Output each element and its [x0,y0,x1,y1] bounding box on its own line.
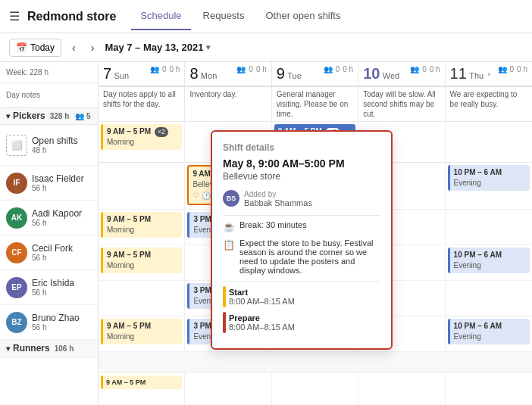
row-runners-header [99,352,532,373]
person-hours-aadi: 56 h [32,219,82,227]
tab-requests[interactable]: Requests [194,2,254,30]
top-nav: ☰ Redmond store Schedule Requests Other … [0,0,532,33]
date-range-text: May 7 – May 13, 2021 [105,42,203,53]
popup-divider-2 [223,281,380,282]
popup-break: ☕ Break: 30 minutes [223,220,380,232]
person-hours-isaac: 56 h [32,184,84,192]
popup-store: Bellevue store [223,171,380,182]
cell-runners-0: 9 AM – 5 PM [99,373,185,405]
today-label: Today [30,42,55,53]
day-number-10: 10 [363,65,380,82]
calendar-inner: 7 Sun 👥0 0 h 8 [99,62,532,405]
prev-week-button[interactable]: ‹ [67,39,80,57]
day-header-9: 9 Tue 👥0 0 h [272,62,358,86]
shift-bruno-sun[interactable]: 9 AM – 5 PM Morning [101,319,182,344]
day-note-4: We are expecting to be really busy. [446,87,532,121]
section-pickers[interactable]: ▾ Pickers 328 h 👥 5 [0,107,98,125]
main-layout: Week: 228 h Day notes ▾ Pickers 328 h 👥 … [0,62,532,405]
person-hours-cecil: 56 h [32,254,73,262]
calendar-icon: 📅 [16,42,27,53]
runners-chevron: ▾ [6,344,10,353]
day-header-11: 11 Thu * 👥0 0 h [446,62,532,86]
cell-isaac-4: 10 PM – 6 AM Evening [446,163,532,209]
day-stats-8: 👥0 0 h [236,65,266,73]
avatar-aadi: AK [6,207,27,229]
nav-tabs: Schedule Requests Other open shifts [131,2,349,30]
day-note-1: Inventory day. [185,87,271,121]
open-shifts-hours: 48 h [32,146,78,154]
cell-bruno-4: 10 PM – 6 AM Evening [446,316,532,351]
cell-runners-3 [358,373,445,405]
tab-other-open-shifts[interactable]: Other open shifts [256,2,349,30]
cell-eric-4 [446,281,532,316]
person-name-isaac: Isaac Fielder [32,173,84,184]
shift-cecil-thu[interactable]: 10 PM – 6 AM Evening [448,248,530,273]
sidebar-item-isaac: IF Isaac Fielder 56 h [0,166,98,201]
day-note-2: General manager visiting. Please be on t… [272,87,358,121]
shift-isaac-thu[interactable]: 10 PM – 6 AM Evening [448,165,530,191]
avatar-cecil: CF [6,242,27,263]
day-note-0: Day notes apply to all shifts for the da… [99,87,185,121]
segment-info-prepare: Prepare 8:00 AM–8:15 AM [229,313,295,332]
day-header-7: 7 Sun 👥0 0 h [99,62,185,86]
popup-segment-prepare: Prepare 8:00 AM–8:15 AM [223,312,380,333]
shift-cecil-sun[interactable]: 9 AM – 5 PM Morning [101,248,182,273]
segment-color-bar-start [223,286,226,307]
day-name-8: Mon [201,71,217,80]
cell-cecil-4: 10 PM – 6 AM Evening [446,245,532,280]
sub-nav: 📅 Today ‹ › May 7 – May 13, 2021 ▾ [0,33,532,62]
next-week-button[interactable]: › [86,39,99,57]
day-stats-9: 👥0 0 h [324,65,353,73]
section-runners[interactable]: ▾ Runners 106 h [0,340,98,357]
week-summary: Week: 228 h [0,62,98,83]
popup-title: Shift details [223,142,380,153]
popup-note: 📋 Expect the store to be busy. Festival … [223,238,380,275]
popup-added-avatar: BS [223,190,239,207]
popup-segment-start: Start 8:00 AM–8:15 AM [223,286,380,307]
day-number-11: 11 [450,65,467,82]
sidebar-open-shifts: ⬜ Open shifts 48 h [0,125,98,166]
break-icon: ☕ [223,221,235,232]
day-headers: 7 Sun 👥0 0 h 8 [99,62,532,87]
day-stats-10: 👥0 0 h [410,65,440,73]
day-name-9: Tue [287,71,302,80]
cell-cecil-0: 9 AM – 5 PM Morning [99,245,185,280]
cell-runners-2 [272,373,358,405]
added-by-name: Babbak Shammas [244,198,312,207]
avatar-eric: EP [6,277,27,298]
hamburger-icon[interactable]: ☰ [9,9,20,23]
note-icon: 📋 [223,239,235,251]
day-number-8: 8 [189,65,198,82]
day-stats-11: 👥0 0 h [498,65,527,73]
day-name-7: Sun [114,71,129,80]
day-notes-label: Day notes [0,83,98,107]
store-title: Redmond store [27,10,116,23]
sidebar-item-eric: EP Eric Ishida 56 h [0,270,98,305]
shift-runners-sun[interactable]: 9 AM – 5 PM [101,375,182,389]
shift-open-sun[interactable]: 9 AM – 5 PM ×2 Morning [101,124,182,150]
pickers-stats: 328 h 👥 5 [50,112,91,120]
tab-schedule[interactable]: Schedule [131,2,190,30]
cell-runners-4 [446,373,532,405]
date-range[interactable]: May 7 – May 13, 2021 ▾ [105,42,210,53]
cell-aadi-4 [446,210,532,245]
shift-bruno-thu[interactable]: 10 PM – 6 AM Evening [448,319,530,344]
sidebar-item-cecil: CF Cecil Fork 56 h [0,235,98,270]
popup-divider-1 [223,215,380,216]
day-number-9: 9 [277,65,285,82]
today-button[interactable]: 📅 Today [9,39,61,57]
cell-open-0: 9 AM – 5 PM ×2 Morning [99,122,185,162]
day-notes-row: Day notes apply to all shifts for the da… [99,87,532,122]
popup-date: May 8, 9:00 AM–5:00 PM [223,157,380,170]
day-name-10: Wed [383,71,399,80]
pickers-chevron: ▾ [6,112,10,120]
runners-label: Runners [13,343,50,354]
cell-open-4 [446,122,532,162]
shift-aadi-sun[interactable]: 9 AM – 5 PM Morning [101,212,182,238]
day-name-11: Thu [469,71,483,80]
sidebar-item-aadi: AK Aadi Kapoor 56 h [0,201,98,235]
cell-runners-1 [185,373,271,405]
pickers-label: Pickers [13,111,45,121]
person-name-bruno: Bruno Zhao [32,313,80,323]
popup-added-by: BS Added by Babbak Shammas [223,189,380,207]
